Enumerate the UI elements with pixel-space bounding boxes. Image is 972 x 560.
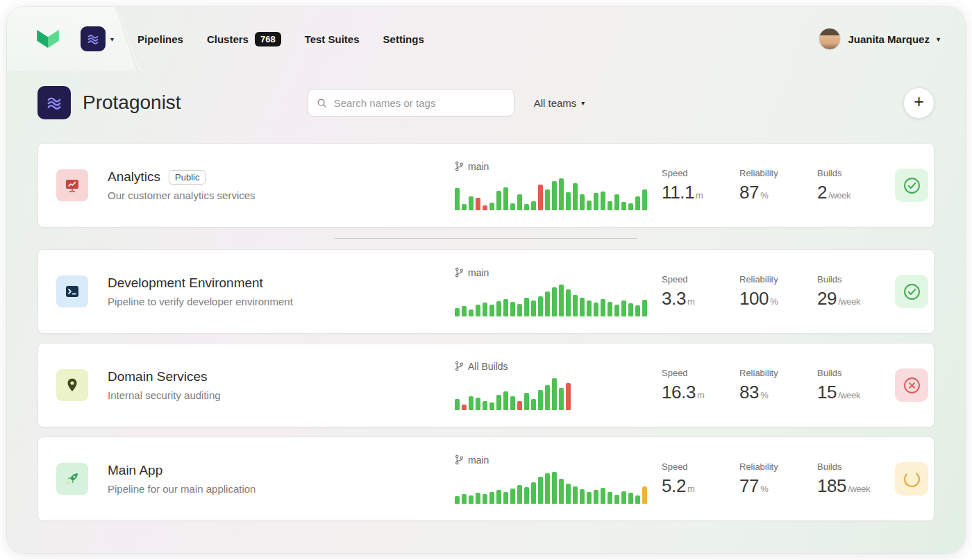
- build-bar[interactable]: [455, 496, 460, 504]
- build-bar[interactable]: [587, 300, 592, 316]
- build-bar[interactable]: [510, 302, 515, 316]
- build-bar[interactable]: [587, 201, 592, 210]
- build-bar[interactable]: [559, 479, 564, 504]
- build-bar[interactable]: [552, 287, 557, 316]
- nav-link-settings[interactable]: Settings: [383, 33, 424, 45]
- build-bar[interactable]: [489, 203, 494, 210]
- build-bar[interactable]: [566, 484, 571, 504]
- build-bar[interactable]: [566, 289, 571, 316]
- build-bar[interactable]: [552, 181, 557, 210]
- build-bar[interactable]: [476, 198, 480, 210]
- build-bar[interactable]: [601, 488, 605, 504]
- builds-bar-chart[interactable]: [455, 284, 662, 316]
- build-bar[interactable]: [517, 304, 522, 316]
- build-bar[interactable]: [455, 308, 460, 316]
- nav-link-clusters[interactable]: Clusters768: [207, 32, 281, 46]
- brand-logo[interactable]: [35, 30, 61, 48]
- build-bar[interactable]: [489, 305, 494, 316]
- build-bar[interactable]: [496, 490, 501, 504]
- build-bar[interactable]: [469, 396, 474, 410]
- build-bar[interactable]: [469, 495, 474, 504]
- build-bar[interactable]: [621, 202, 626, 210]
- build-bar[interactable]: [517, 194, 522, 210]
- add-pipeline-button[interactable]: +: [903, 87, 935, 119]
- build-bar[interactable]: [635, 305, 640, 316]
- nav-link-test-suites[interactable]: Test Suites: [305, 33, 360, 45]
- build-bar[interactable]: [483, 205, 487, 210]
- build-bar[interactable]: [538, 390, 543, 410]
- build-bar[interactable]: [496, 191, 501, 210]
- build-bar[interactable]: [496, 301, 501, 316]
- build-bar[interactable]: [476, 398, 480, 410]
- build-bar[interactable]: [635, 196, 640, 210]
- builds-bar-chart[interactable]: [455, 377, 662, 410]
- build-bar[interactable]: [608, 302, 612, 316]
- build-bar[interactable]: [580, 194, 585, 210]
- build-bar[interactable]: [483, 401, 487, 410]
- pipeline-name[interactable]: Domain Services: [108, 369, 208, 384]
- build-bar[interactable]: [469, 196, 474, 210]
- build-bar[interactable]: [594, 490, 598, 504]
- build-bar[interactable]: [503, 299, 508, 316]
- build-bar[interactable]: [476, 493, 480, 504]
- user-menu[interactable]: Juanita Marquez ▾: [819, 28, 940, 50]
- build-bar[interactable]: [621, 491, 626, 504]
- build-bar[interactable]: [462, 405, 467, 410]
- build-bar[interactable]: [538, 296, 543, 316]
- nav-link-pipelines[interactable]: Pipelines: [137, 33, 183, 45]
- build-bar[interactable]: [524, 298, 529, 316]
- pipeline-name[interactable]: Main App: [108, 463, 162, 478]
- build-bar[interactable]: [601, 299, 605, 316]
- status-passed-icon[interactable]: [895, 169, 928, 202]
- build-bar[interactable]: [642, 300, 647, 316]
- pipeline-card[interactable]: Main App Pipeline for our main applicati…: [37, 436, 935, 521]
- build-bar[interactable]: [531, 300, 536, 316]
- build-bar[interactable]: [483, 494, 487, 504]
- build-bar[interactable]: [517, 485, 522, 504]
- build-bar[interactable]: [573, 295, 578, 316]
- builds-bar-chart[interactable]: [455, 471, 662, 504]
- build-bar[interactable]: [608, 201, 612, 210]
- build-bar[interactable]: [503, 391, 508, 410]
- build-bar[interactable]: [614, 495, 619, 504]
- build-bar[interactable]: [510, 489, 515, 504]
- build-bar[interactable]: [510, 396, 515, 410]
- build-bar[interactable]: [545, 473, 550, 504]
- build-bar[interactable]: [573, 183, 578, 210]
- build-bar[interactable]: [462, 306, 467, 316]
- build-bar[interactable]: [559, 285, 564, 316]
- build-bar[interactable]: [614, 194, 619, 210]
- build-bar[interactable]: [489, 492, 494, 504]
- build-bar[interactable]: [538, 477, 543, 504]
- build-bar[interactable]: [503, 492, 508, 504]
- pipeline-card[interactable]: Domain Services Internal security auditi…: [37, 343, 935, 427]
- build-bar[interactable]: [462, 204, 467, 210]
- build-bar[interactable]: [628, 303, 633, 316]
- build-bar[interactable]: [524, 393, 529, 410]
- pipeline-card[interactable]: Analytics Public Our customer analytics …: [37, 143, 935, 228]
- build-bar[interactable]: [455, 188, 460, 210]
- status-running-icon[interactable]: [895, 462, 928, 495]
- build-bar[interactable]: [545, 189, 550, 210]
- build-bar[interactable]: [594, 193, 598, 210]
- build-bar[interactable]: [587, 492, 592, 504]
- build-bar[interactable]: [601, 192, 605, 210]
- build-bar[interactable]: [545, 291, 550, 316]
- build-bar[interactable]: [469, 309, 474, 316]
- status-failed-icon[interactable]: [895, 368, 928, 402]
- build-bar[interactable]: [642, 486, 647, 504]
- build-bar[interactable]: [531, 482, 536, 504]
- build-bar[interactable]: [496, 395, 501, 410]
- pipeline-card[interactable]: Development Environment Pipeline to veri…: [37, 249, 935, 334]
- build-bar[interactable]: [517, 401, 522, 410]
- build-bar[interactable]: [614, 305, 619, 316]
- build-bar[interactable]: [566, 383, 571, 410]
- build-bar[interactable]: [580, 489, 585, 504]
- build-bar[interactable]: [483, 303, 487, 316]
- teams-filter-dropdown[interactable]: All teams ▾: [530, 96, 589, 110]
- org-switcher[interactable]: ▾: [81, 26, 114, 51]
- status-passed-icon[interactable]: [895, 275, 928, 308]
- build-bar[interactable]: [635, 495, 640, 504]
- build-bar[interactable]: [552, 378, 557, 410]
- build-bar[interactable]: [524, 204, 529, 210]
